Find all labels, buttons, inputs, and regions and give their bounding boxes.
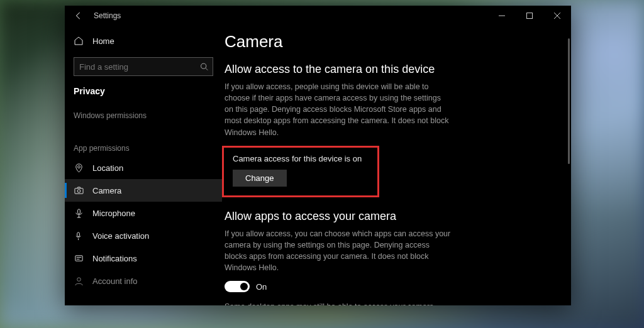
svg-rect-0 xyxy=(527,13,533,19)
home-icon xyxy=(74,36,84,46)
search-icon xyxy=(200,63,208,71)
sidebar-home[interactable]: Home xyxy=(65,30,222,52)
sidebar-item-voice-activation[interactable]: Voice activation xyxy=(65,224,222,247)
arrow-left-icon xyxy=(74,11,83,20)
window-title: Settings xyxy=(94,11,121,20)
sidebar-group-windows: Windows permissions xyxy=(65,105,222,124)
voice-icon xyxy=(74,231,84,241)
sidebar: Home Privacy Windows permissions App per… xyxy=(65,26,222,305)
sidebar-item-microphone[interactable]: Microphone xyxy=(65,202,222,224)
change-button[interactable]: Change xyxy=(233,170,287,187)
apps-access-toggle[interactable] xyxy=(225,281,250,292)
sidebar-item-label: Location xyxy=(92,163,123,173)
sidebar-item-label: Microphone xyxy=(92,209,135,218)
close-button[interactable] xyxy=(543,6,571,26)
content-pane: Camera Allow access to the camera on thi… xyxy=(222,26,571,305)
titlebar: Settings xyxy=(65,6,571,26)
svg-rect-6 xyxy=(77,232,79,236)
sidebar-item-label: Account info xyxy=(92,276,138,286)
highlight-annotation: Camera access for this device is on Chan… xyxy=(222,146,379,197)
sidebar-group-app: App permissions xyxy=(65,138,222,156)
microphone-icon xyxy=(74,208,84,218)
section-allow-apps-desc: If you allow access, you can choose whic… xyxy=(225,228,451,274)
camera-access-status: Camera access for this device is on xyxy=(233,154,369,163)
desktop-apps-note: Some desktop apps may still be able to a… xyxy=(225,301,451,305)
minimize-button[interactable] xyxy=(488,6,516,26)
notifications-icon xyxy=(74,253,84,263)
sidebar-item-label: Voice activation xyxy=(92,231,149,241)
minimize-icon xyxy=(499,13,505,19)
camera-icon xyxy=(74,185,84,195)
back-button[interactable] xyxy=(71,8,86,23)
sidebar-item-notifications[interactable]: Notifications xyxy=(65,247,222,270)
svg-point-1 xyxy=(201,63,206,68)
sidebar-category: Privacy xyxy=(65,82,222,105)
svg-rect-5 xyxy=(77,209,80,214)
settings-window: Settings Home xyxy=(65,6,571,305)
maximize-button[interactable] xyxy=(516,6,543,26)
search-input[interactable] xyxy=(74,57,213,76)
svg-point-2 xyxy=(77,165,80,168)
svg-rect-3 xyxy=(74,188,82,193)
sidebar-item-label: Camera xyxy=(92,186,121,195)
sidebar-item-account-info[interactable]: Account info xyxy=(65,270,222,292)
section-allow-device-heading: Allow access to the camera on this devic… xyxy=(225,63,558,76)
section-allow-apps-heading: Allow apps to access your camera xyxy=(225,210,558,223)
svg-point-8 xyxy=(77,277,80,281)
page-title: Camera xyxy=(225,32,558,52)
sidebar-item-camera[interactable]: Camera xyxy=(65,179,222,202)
toggle-knob xyxy=(240,283,248,290)
toggle-state-label: On xyxy=(256,282,267,292)
sidebar-home-label: Home xyxy=(92,36,114,46)
sidebar-item-label: Notifications xyxy=(92,254,137,263)
maximize-icon xyxy=(526,13,533,19)
section-allow-device-desc: If you allow access, people using this d… xyxy=(225,81,451,138)
account-icon xyxy=(74,276,84,286)
sidebar-item-location[interactable]: Location xyxy=(65,156,222,179)
scrollbar[interactable] xyxy=(568,38,570,164)
svg-rect-7 xyxy=(75,255,82,260)
svg-point-4 xyxy=(77,189,80,192)
close-icon xyxy=(554,13,560,19)
location-icon xyxy=(74,163,84,173)
